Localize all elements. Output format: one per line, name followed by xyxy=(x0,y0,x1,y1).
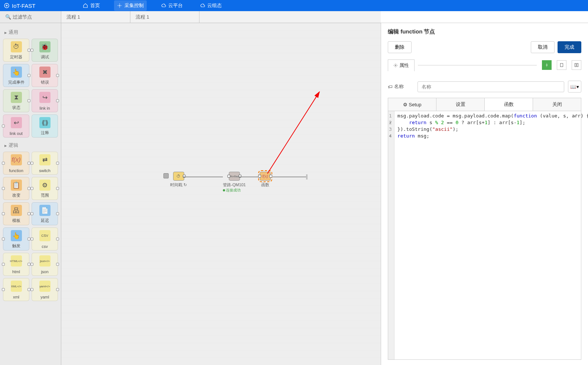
pnode-function[interactable]: f(x)function xyxy=(3,152,29,175)
nav-cloud-label: 云平台 xyxy=(168,2,183,9)
nav-home[interactable]: 首页 xyxy=(80,0,103,11)
nav-items: 首页 采集控制 云平台 云组态 xyxy=(80,0,225,11)
library-button[interactable]: 📖▾ xyxy=(568,81,581,93)
pnode-xml[interactable]: XML</>xml xyxy=(3,278,29,301)
gear-icon xyxy=(545,63,549,67)
config-icon xyxy=(200,3,205,8)
enable-button[interactable] xyxy=(542,60,552,70)
pnode-debug[interactable]: 🐞调试 xyxy=(32,39,58,62)
expand-icon[interactable]: ⤢ xyxy=(574,113,579,118)
svg-point-3 xyxy=(395,65,396,66)
flow-node-label: 管路-QM101 xyxy=(223,182,246,187)
code-tabs: ⚙ Setup 设置 函数 关闭 xyxy=(388,98,581,111)
tabs-row: 🔍 过滤节点 流程 1 流程 1 xyxy=(0,11,588,23)
code-area[interactable]: msg.payload.code = msg.payload.code.map(… xyxy=(394,111,588,359)
pnode-yaml[interactable]: yaml</>yaml xyxy=(32,278,58,301)
nav-config[interactable]: 云组态 xyxy=(197,0,225,11)
name-input[interactable] xyxy=(418,81,564,92)
code-editor[interactable]: 1 ▾ 2 3 ▾ 4 msg.payload.code = msg.paylo… xyxy=(388,111,581,360)
top-nav: IoT-FAST 首页 采集控制 云平台 云组态 xyxy=(0,0,588,11)
pnode-timer[interactable]: ⏱定时器 xyxy=(3,39,29,62)
edit-panel: 编辑 function 节点 删除 取消 完成 属性 🏷 名称 📖▾ ⚙ Set xyxy=(381,23,588,365)
inject-button-icon[interactable] xyxy=(163,173,169,178)
palette-cat-logic[interactable]: ▸ 逻辑 xyxy=(1,140,59,150)
layout-button[interactable] xyxy=(572,60,581,70)
tab-func[interactable]: 函数 xyxy=(485,98,533,111)
doc-icon xyxy=(559,63,564,67)
svg-rect-5 xyxy=(561,64,563,67)
flow-node-status: 连接成功 xyxy=(226,188,241,193)
tab-filter[interactable]: 🔍 过滤节点 xyxy=(0,11,61,23)
pnode-html[interactable]: HTML</>html xyxy=(3,253,29,276)
wire xyxy=(183,177,223,177)
pnode-template[interactable]: 品模板 xyxy=(3,202,29,225)
flow-node-modbus[interactable]: Modbus 管路-QM101 连接成功 xyxy=(223,172,246,193)
collect-icon xyxy=(117,3,122,8)
panel-edge xyxy=(306,174,308,180)
tab-set[interactable]: 设置 xyxy=(436,98,485,111)
pnode-linkin[interactable]: ↪link in xyxy=(32,89,58,112)
svg-rect-6 xyxy=(575,64,576,67)
flow-node-label: 函数 xyxy=(261,182,269,187)
wire xyxy=(273,177,306,177)
palette-cat-common[interactable]: ▸ 通用 xyxy=(1,28,59,37)
app-name: IoT-FAST xyxy=(12,3,35,9)
pnode-trigger[interactable]: 👆触发 xyxy=(3,227,29,251)
tab-flow1b[interactable]: 流程 1 xyxy=(130,11,199,23)
cancel-button[interactable]: 取消 xyxy=(531,41,555,53)
prop-tab-properties[interactable]: 属性 xyxy=(388,59,415,71)
nav-collect[interactable]: 采集控制 xyxy=(114,0,147,11)
wire xyxy=(236,177,260,177)
logo-icon xyxy=(4,3,10,9)
layout-icon xyxy=(574,63,579,67)
panel-title: 编辑 function 节点 xyxy=(388,28,581,35)
pnode-delay[interactable]: 📄延迟 xyxy=(32,202,58,225)
nav-home-label: 首页 xyxy=(90,2,100,9)
tab-setup[interactable]: ⚙ Setup xyxy=(388,98,436,111)
pnode-error[interactable]: ✖错误 xyxy=(32,64,58,87)
pnode-csv[interactable]: CSVcsv xyxy=(32,227,58,251)
flow-node-label: 时间戳 xyxy=(170,182,182,187)
pnode-comment[interactable]: ⟪⟫注释 xyxy=(32,114,58,138)
home-icon xyxy=(83,3,88,8)
node-palette[interactable]: ▸ 通用 ⏱定时器 🐞调试 👆完成事件 ✖错误 ⧗状态 ↪link in ↩li… xyxy=(0,23,61,365)
flow-node-function[interactable]: f(x) 函数 xyxy=(260,172,271,188)
svg-rect-7 xyxy=(577,64,578,67)
modbus-icon: Modbus xyxy=(229,175,240,178)
function-icon: f(x) xyxy=(262,174,268,178)
nav-cloud[interactable]: 云平台 xyxy=(158,0,186,11)
flow-canvas[interactable]: ⏱ 时间戳 ↻ Modbus 管路-QM101 连接成功 f(x) 函数 xyxy=(61,23,381,365)
flow-node-inject[interactable]: ⏱ 时间戳 ↻ xyxy=(170,172,187,188)
clock-icon: ⏱ xyxy=(176,174,181,178)
doc-button[interactable] xyxy=(557,60,566,70)
tab-close[interactable]: 关闭 xyxy=(533,98,581,111)
app-logo: IoT-FAST xyxy=(4,3,35,9)
pnode-json[interactable]: json</>json xyxy=(32,253,58,276)
svg-point-1 xyxy=(119,5,121,6)
gutter: 1 ▾ 2 3 ▾ 4 xyxy=(388,111,394,359)
cloud-icon xyxy=(161,3,166,8)
done-button[interactable]: 完成 xyxy=(558,41,581,53)
pnode-range[interactable]: ⚙范围 xyxy=(32,177,58,200)
gear-icon xyxy=(393,63,398,68)
pnode-change[interactable]: 📋改变 xyxy=(3,177,29,200)
name-label: 🏷 名称 xyxy=(388,83,414,90)
tab-flow1[interactable]: 流程 1 xyxy=(61,11,130,23)
pnode-complete[interactable]: 👆完成事件 xyxy=(3,64,29,87)
nav-config-label: 云组态 xyxy=(207,2,222,9)
pnode-linkout[interactable]: ↩link out xyxy=(3,114,29,138)
svg-point-4 xyxy=(546,65,548,66)
pnode-status[interactable]: ⧗状态 xyxy=(3,89,29,112)
delete-button[interactable]: 删除 xyxy=(388,41,412,53)
nav-collect-label: 采集控制 xyxy=(124,2,144,9)
pnode-switch[interactable]: ⇄switch xyxy=(32,152,58,175)
